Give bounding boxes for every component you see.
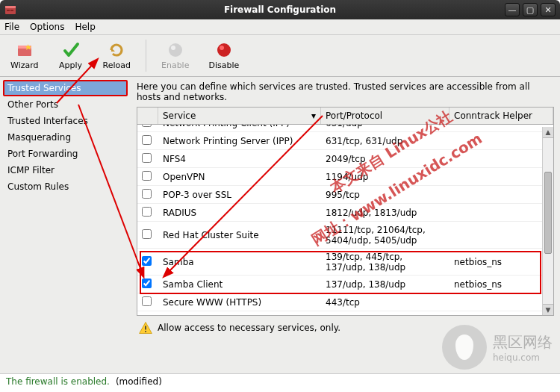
table-row[interactable]: Network Printing Server (IPP)631/tcp, 63… — [137, 132, 553, 150]
service-checkbox[interactable] — [142, 125, 152, 127]
wizard-icon — [16, 41, 34, 59]
service-port: 137/udp, 138/udp — [321, 277, 449, 292]
service-checkbox[interactable] — [142, 229, 152, 239]
service-port: 995/tcp — [321, 187, 449, 202]
table-row[interactable]: SSH22/tcp — [137, 311, 553, 313]
service-helper — [449, 233, 553, 237]
table-row[interactable]: OpenVPN1194/udp — [137, 168, 553, 186]
scroll-down-button[interactable]: ▼ — [543, 304, 553, 315]
close-button[interactable]: ✕ — [541, 3, 556, 16]
sidebar-item-trusted-interfaces[interactable]: Trusted Interfaces — [3, 113, 128, 129]
service-port: 2049/tcp — [321, 152, 449, 167]
list-header: Service▾ Port/Protocol Conntrack Helper — [137, 108, 553, 125]
main-area: Trusted ServicesOther PortsTrusted Inter… — [0, 77, 560, 373]
service-helper — [449, 139, 553, 143]
table-row[interactable]: POP-3 over SSL995/tcp — [137, 186, 553, 204]
sidebar-item-other-ports[interactable]: Other Ports — [3, 96, 128, 113]
service-port: 22/tcp — [321, 313, 449, 314]
toolbar-separator — [146, 40, 146, 72]
statusbar: The firewall is enabled. (modified) — [0, 373, 560, 389]
apply-label: Apply — [59, 60, 82, 70]
service-port: 443/tcp — [321, 295, 449, 310]
service-port: 631/udp — [321, 125, 449, 131]
svg-point-7 — [171, 46, 175, 50]
scroll-thumb[interactable] — [544, 172, 552, 254]
service-port: 139/tcp, 445/tcp, 137/udp, 138/udp — [321, 249, 449, 275]
enable-button[interactable]: Enable — [155, 38, 195, 73]
service-name: OpenVPN — [158, 169, 321, 184]
disable-icon — [215, 41, 233, 59]
minimize-button[interactable]: — — [505, 3, 520, 16]
service-checkbox[interactable] — [142, 171, 152, 181]
maximize-button[interactable]: ▢ — [523, 3, 538, 16]
menu-file[interactable]: File — [4, 22, 19, 32]
table-row[interactable]: Network Printing Client (IPP)631/udp — [137, 125, 553, 132]
table-row[interactable]: Samba139/tcp, 445/tcp, 137/udp, 138/udpn… — [137, 249, 553, 276]
pane-description: Here you can define which services are t… — [137, 81, 554, 102]
sidebar: Trusted ServicesOther PortsTrusted Inter… — [0, 77, 131, 373]
wizard-button[interactable]: Wizard — [4, 38, 45, 73]
col-helper[interactable]: Conntrack Helper — [449, 108, 553, 124]
service-helper: netbios_ns — [449, 277, 553, 292]
service-port: 631/tcp, 631/udp — [321, 134, 449, 149]
menu-help[interactable]: Help — [75, 22, 95, 32]
reload-button[interactable]: Reload — [97, 38, 137, 73]
reload-label: Reload — [103, 60, 131, 70]
wizard-label: Wizard — [10, 60, 39, 70]
disable-button[interactable]: Disable — [202, 38, 245, 73]
services-list: Service▾ Port/Protocol Conntrack Helper … — [137, 107, 554, 316]
service-helper — [449, 175, 553, 179]
service-checkbox[interactable] — [142, 189, 152, 199]
service-port: 1194/udp — [321, 169, 449, 184]
table-row[interactable]: Samba Client137/udp, 138/udpnetbios_ns — [137, 276, 553, 293]
service-name: POP-3 over SSL — [158, 187, 321, 202]
service-helper — [449, 300, 553, 305]
sidebar-item-port-forwarding[interactable]: Port Forwarding — [3, 146, 128, 162]
service-name: RADIUS — [158, 205, 321, 220]
service-port: 1812/udp, 1813/udp — [321, 205, 449, 220]
content-pane: Here you can define which services are t… — [131, 77, 560, 373]
service-checkbox[interactable] — [142, 153, 152, 163]
col-check[interactable] — [137, 108, 158, 124]
col-port[interactable]: Port/Protocol — [321, 108, 449, 124]
footer-text: Allow access to necessary services, only… — [158, 323, 340, 333]
enable-icon — [167, 41, 184, 59]
sidebar-item-masquerading[interactable]: Masquerading — [3, 129, 128, 146]
service-name: Network Printing Server (IPP) — [158, 134, 321, 149]
sidebar-item-icmp-filter[interactable]: ICMP Filter — [3, 162, 128, 178]
svg-point-9 — [220, 46, 224, 50]
service-helper — [449, 193, 553, 197]
service-checkbox[interactable] — [142, 296, 152, 306]
warning-icon — [138, 320, 153, 335]
service-checkbox[interactable] — [142, 207, 152, 217]
menu-options[interactable]: Options — [30, 22, 64, 32]
service-helper — [449, 157, 553, 161]
service-checkbox[interactable] — [142, 279, 152, 288]
table-row[interactable]: Secure WWW (HTTPS)443/tcp — [137, 293, 553, 311]
status-modified: (modified) — [116, 376, 162, 387]
scrollbar[interactable]: ▲ ▼ — [542, 127, 553, 315]
table-row[interactable]: NFS42049/tcp — [137, 150, 553, 168]
apply-button[interactable]: Apply — [52, 38, 90, 73]
service-name: SSH — [158, 313, 321, 314]
svg-rect-11 — [145, 331, 146, 332]
toolbar: Wizard Apply Reload Enable Disable — [0, 35, 560, 77]
svg-point-8 — [217, 43, 231, 57]
service-checkbox[interactable] — [142, 256, 152, 266]
service-name: Red Hat Cluster Suite — [158, 228, 321, 243]
footer-note: Allow access to necessary services, only… — [137, 316, 554, 340]
service-name: Network Printing Client (IPP) — [158, 125, 321, 131]
titlebar: Firewall Configuration — ▢ ✕ — [0, 0, 560, 19]
service-name: Samba Client — [158, 277, 321, 292]
menubar: File Options Help — [0, 19, 560, 35]
service-checkbox[interactable] — [142, 135, 152, 145]
service-name: Samba — [158, 255, 321, 270]
scroll-up-button[interactable]: ▲ — [543, 127, 553, 138]
col-service[interactable]: Service▾ — [158, 108, 321, 124]
sidebar-item-trusted-services[interactable]: Trusted Services — [3, 80, 128, 96]
sidebar-item-custom-rules[interactable]: Custom Rules — [3, 178, 128, 195]
table-row[interactable]: Red Hat Cluster Suite11111/tcp, 21064/tc… — [137, 222, 553, 249]
table-row[interactable]: RADIUS1812/udp, 1813/udp — [137, 204, 553, 222]
sort-icon: ▾ — [311, 111, 316, 121]
service-port: 11111/tcp, 21064/tcp, 5404/udp, 5405/udp — [321, 223, 449, 248]
